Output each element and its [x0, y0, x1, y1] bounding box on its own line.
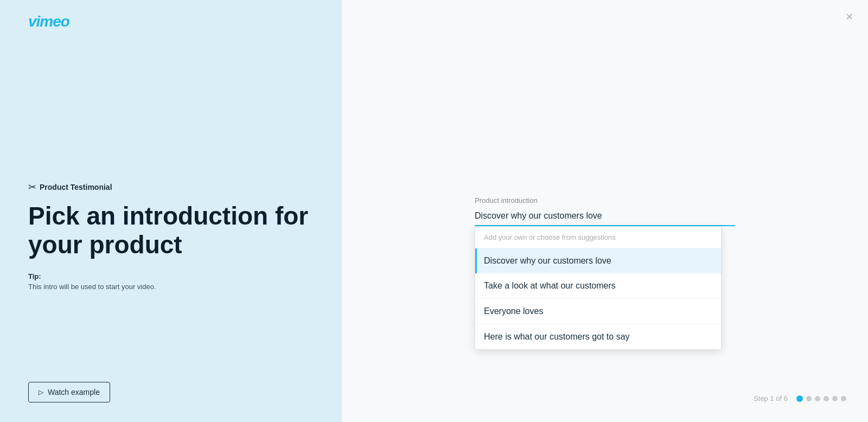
step-dot-1: [796, 395, 803, 402]
form-container: Product introduction Add your own or cho…: [475, 196, 735, 226]
suggestion-item-2[interactable]: Everyone loves: [475, 299, 721, 324]
step-dot-6: [841, 396, 846, 401]
close-button[interactable]: ×: [846, 11, 853, 23]
badge-label: Product Testimonial: [40, 183, 112, 191]
text-input-wrapper: [475, 208, 735, 226]
play-icon: ▷: [39, 388, 43, 396]
suggestion-item-1[interactable]: Take a look at what our customers: [475, 273, 721, 299]
tip-label: Tip:: [28, 272, 314, 280]
suggestion-item-3[interactable]: Here is what our customers got to say: [475, 324, 721, 349]
badge: ✂ Product Testimonial: [28, 181, 314, 193]
badge-icon: ✂: [28, 181, 36, 193]
vimeo-logo: vimeo: [28, 13, 314, 30]
suggestions-dropdown: Add your own or choose from suggestions …: [475, 226, 722, 350]
right-panel: × Product introduction Add your own or c…: [342, 0, 868, 422]
main-title: Pick an introduction for your product: [28, 202, 314, 259]
step-dot-4: [824, 396, 829, 401]
step-dot-3: [815, 396, 820, 401]
left-panel: vimeo ✂ Product Testimonial Pick an intr…: [0, 0, 342, 422]
field-label: Product introduction: [475, 196, 735, 204]
dropdown-item-0[interactable]: Discover why our customers love: [475, 248, 721, 273]
step-dot-5: [832, 396, 838, 401]
step-indicator: Step 1 of 6: [754, 394, 846, 402]
dropdown-hint: Add your own or choose from suggestions: [475, 227, 721, 248]
suggestion-item-0[interactable]: Discover why our customers love: [475, 248, 721, 273]
tip-text: This intro will be used to start your vi…: [28, 283, 314, 291]
step-dot-2: [806, 396, 812, 401]
step-dots: [796, 395, 846, 402]
watch-example-button[interactable]: ▷ Watch example: [28, 382, 110, 402]
watch-example-label: Watch example: [48, 388, 100, 397]
product-intro-input[interactable]: [475, 208, 735, 225]
step-label: Step 1 of 6: [754, 394, 788, 402]
